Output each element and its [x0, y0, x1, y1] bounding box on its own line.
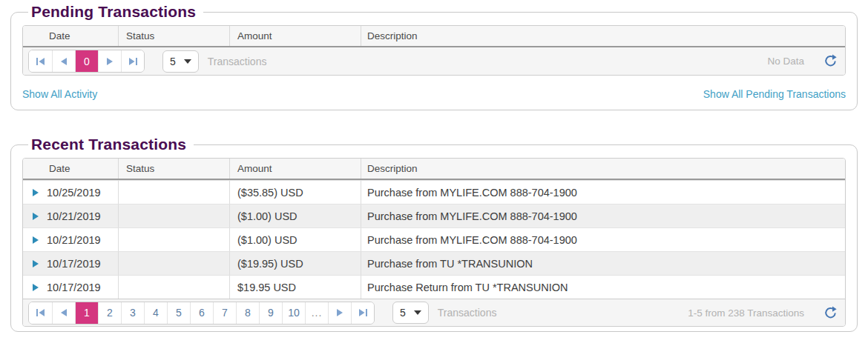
transaction-date: 10/17/2019: [47, 282, 101, 293]
page: Pending Transactions Date Status Amount …: [0, 0, 868, 332]
recent-transactions-section: Recent Transactions Date Status Amount D…: [10, 136, 858, 332]
transaction-status: [118, 180, 229, 204]
expand-row-icon: [33, 213, 39, 220]
show-all-activity-link[interactable]: Show All Activity: [22, 88, 97, 100]
table-row: 10/21/2019 ($1.00) USD Purchase from MYL…: [23, 204, 845, 227]
page-button[interactable]: 1: [75, 302, 98, 324]
next-page-icon: [107, 58, 113, 65]
page-button[interactable]: 6: [190, 302, 213, 324]
pager-status-text: No Data: [767, 56, 804, 67]
column-header-status[interactable]: Status: [118, 26, 229, 46]
previous-page-icon: [61, 58, 67, 65]
column-header-date[interactable]: Date: [23, 26, 118, 46]
pending-pager-bar: 0 5 Transactions No Data: [23, 47, 845, 75]
previous-page-button[interactable]: [52, 302, 75, 324]
column-header-description[interactable]: Description: [361, 159, 845, 179]
expand-row-button[interactable]: [33, 213, 39, 220]
pending-table-header: Date Status Amount Description: [23, 26, 845, 47]
expand-row-icon: [33, 260, 39, 267]
transaction-amount: $19.95 USD: [229, 275, 361, 299]
more-pages-button[interactable]: ...: [305, 302, 328, 324]
transaction-amount: ($1.00) USD: [229, 204, 361, 227]
last-page-icon: [359, 309, 367, 316]
expand-row-button[interactable]: [33, 236, 39, 244]
expand-row-icon: [33, 236, 39, 244]
transaction-amount: ($35.85) USD: [229, 180, 361, 204]
transactions-label: Transactions: [438, 307, 497, 319]
refresh-button[interactable]: [823, 54, 838, 68]
next-page-icon: [337, 309, 343, 316]
transaction-status: [118, 251, 229, 275]
column-header-amount[interactable]: Amount: [229, 159, 361, 179]
last-page-button[interactable]: [351, 302, 374, 324]
transaction-status: [118, 204, 229, 227]
show-all-pending-transactions-link[interactable]: Show All Pending Transactions: [703, 88, 846, 100]
column-header-date[interactable]: Date: [23, 159, 118, 179]
column-header-description[interactable]: Description: [361, 26, 845, 46]
transaction-description: Purchase from TU *TRANSUNION: [361, 251, 845, 275]
page-button[interactable]: 8: [236, 302, 259, 324]
page-button[interactable]: 5: [167, 302, 190, 324]
transaction-amount: ($1.00) USD: [229, 227, 361, 251]
first-page-icon: [36, 309, 45, 316]
transaction-status: [118, 227, 229, 251]
transaction-description: Purchase from MYLIFE.COM 888-704-1900: [361, 180, 845, 204]
first-page-button[interactable]: [29, 302, 52, 324]
first-page-button[interactable]: [29, 50, 52, 72]
recent-table-header: Date Status Amount Description: [23, 159, 845, 180]
page-button[interactable]: 10: [282, 302, 305, 324]
pending-transactions-table: Date Status Amount Description 0: [22, 25, 846, 76]
column-header-amount[interactable]: Amount: [229, 26, 361, 46]
recent-transactions-table: Date Status Amount Description 10/25/201…: [22, 158, 846, 327]
page-size-select[interactable]: 5: [392, 302, 429, 324]
transaction-description: Purchase from MYLIFE.COM 888-704-1900: [361, 227, 845, 251]
table-row: 10/25/2019 ($35.85) USD Purchase from MY…: [23, 180, 845, 204]
transaction-description: Purchase Return from TU *TRANSUNION: [361, 275, 845, 299]
transactions-label: Transactions: [208, 56, 267, 67]
page-size-value: 5: [400, 307, 406, 319]
chevron-down-icon: [414, 310, 421, 315]
recent-section-title: Recent Transactions: [28, 136, 194, 153]
recent-pager: 1 2 3 4 5 6 7 8 9 10 ...: [28, 302, 375, 325]
page-button[interactable]: 7: [213, 302, 236, 324]
page-button[interactable]: 3: [121, 302, 144, 324]
refresh-button[interactable]: [823, 306, 838, 320]
page-button[interactable]: 4: [144, 302, 167, 324]
refresh-icon: [823, 54, 838, 68]
transaction-date: 10/21/2019: [47, 210, 101, 222]
expand-row-button[interactable]: [33, 189, 39, 196]
page-size-select[interactable]: 5: [162, 50, 199, 73]
expand-row-button[interactable]: [33, 260, 39, 267]
refresh-icon: [823, 306, 838, 320]
page-button-current[interactable]: 0: [75, 50, 98, 72]
next-page-button[interactable]: [98, 50, 121, 72]
transaction-amount: ($19.95) USD: [229, 251, 361, 275]
pending-transactions-section: Pending Transactions Date Status Amount …: [10, 3, 858, 110]
last-page-button[interactable]: [121, 50, 144, 72]
page-button[interactable]: 2: [98, 302, 121, 324]
table-row: 10/17/2019 $19.95 USD Purchase Return fr…: [23, 275, 845, 299]
transaction-date: 10/21/2019: [47, 234, 101, 246]
chevron-down-icon: [184, 59, 191, 64]
transaction-status: [118, 275, 229, 299]
previous-page-icon: [61, 309, 67, 316]
table-row: 10/17/2019 ($19.95) USD Purchase from TU…: [23, 251, 845, 275]
transaction-date: 10/17/2019: [47, 258, 101, 270]
pending-section-title: Pending Transactions: [28, 3, 203, 21]
transaction-date: 10/25/2019: [47, 187, 101, 199]
first-page-icon: [36, 58, 45, 65]
page-size-value: 5: [170, 56, 176, 67]
next-page-button[interactable]: [328, 302, 351, 324]
pending-links-row: Show All Activity Show All Pending Trans…: [22, 88, 846, 100]
expand-row-button[interactable]: [33, 284, 39, 291]
pending-pager: 0: [28, 50, 145, 73]
last-page-icon: [129, 58, 137, 65]
table-row: 10/21/2019 ($1.00) USD Purchase from MYL…: [23, 227, 845, 251]
transaction-description: Purchase from MYLIFE.COM 888-704-1900: [361, 204, 845, 227]
recent-pager-bar: 1 2 3 4 5 6 7 8 9 10 ...: [23, 299, 845, 326]
expand-row-icon: [33, 284, 39, 291]
previous-page-button[interactable]: [52, 50, 75, 72]
column-header-status[interactable]: Status: [118, 159, 229, 179]
expand-row-icon: [33, 189, 39, 196]
page-button[interactable]: 9: [259, 302, 282, 324]
